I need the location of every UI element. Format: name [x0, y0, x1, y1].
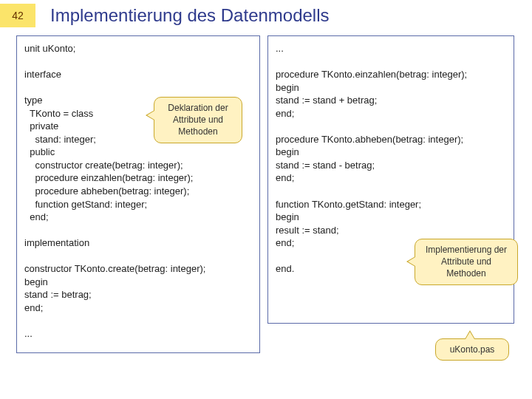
code-line: ...: [276, 42, 506, 55]
code-line: constructor create(betrag: integer);: [24, 159, 252, 172]
code-line: [24, 250, 252, 263]
code-line: [24, 55, 252, 69]
code-line: function getStand: integer;: [24, 198, 252, 211]
code-line: stand := stand + betrag;: [276, 94, 506, 107]
code-line: begin: [276, 146, 506, 159]
filename-callout: uKonto.pas: [435, 338, 509, 361]
slide-title: Implementierung des Datenmodells: [50, 5, 330, 26]
code-line: [24, 224, 252, 237]
code-line: begin: [276, 81, 506, 95]
code-columns: unit uKonto; interface type TKonto = cla…: [0, 31, 532, 353]
code-line: end;: [24, 301, 252, 315]
code-line: function TKonto.getStand: integer;: [276, 198, 506, 211]
code-line: [276, 120, 506, 133]
code-line: unit uKonto;: [24, 42, 252, 55]
code-line: procedure abheben(betrag: integer);: [24, 185, 252, 198]
code-line: implementation: [24, 236, 252, 250]
right-code-panel: ... procedure TKonto.einzahlen(betrag: i…: [267, 35, 514, 324]
code-line: begin: [276, 211, 506, 224]
code-line: [24, 314, 252, 327]
code-line: constructor TKonto.create(betrag: intege…: [24, 262, 252, 276]
declaration-callout: Deklaration der Attribute und Methoden: [154, 97, 242, 143]
code-line: procedure einzahlen(betrag: integer);: [24, 171, 252, 185]
code-line: [276, 55, 506, 69]
slide-number-badge: 42: [0, 4, 35, 27]
code-line: [276, 185, 506, 198]
code-line: procedure TKonto.einzahlen(betrag: integ…: [276, 68, 506, 81]
code-line: stand := stand - betrag;: [276, 159, 506, 172]
slide-header: 42 Implementierung des Datenmodells: [0, 0, 532, 31]
implementation-callout: Implementierung der Attribute und Method…: [415, 239, 518, 285]
code-line: end;: [276, 107, 506, 120]
code-line: public: [24, 146, 252, 159]
code-line: procedure TKonto.abheben(betrag: integer…: [276, 133, 506, 146]
code-line: end;: [276, 171, 506, 185]
code-line: result := stand;: [276, 224, 506, 237]
code-line: interface: [24, 68, 252, 81]
code-line: ...: [24, 327, 252, 341]
code-line: begin: [24, 276, 252, 289]
left-code-panel: unit uKonto; interface type TKonto = cla…: [16, 35, 260, 353]
code-line: end;: [24, 211, 252, 224]
code-line: [24, 81, 252, 95]
code-line: stand := betrag;: [24, 288, 252, 301]
